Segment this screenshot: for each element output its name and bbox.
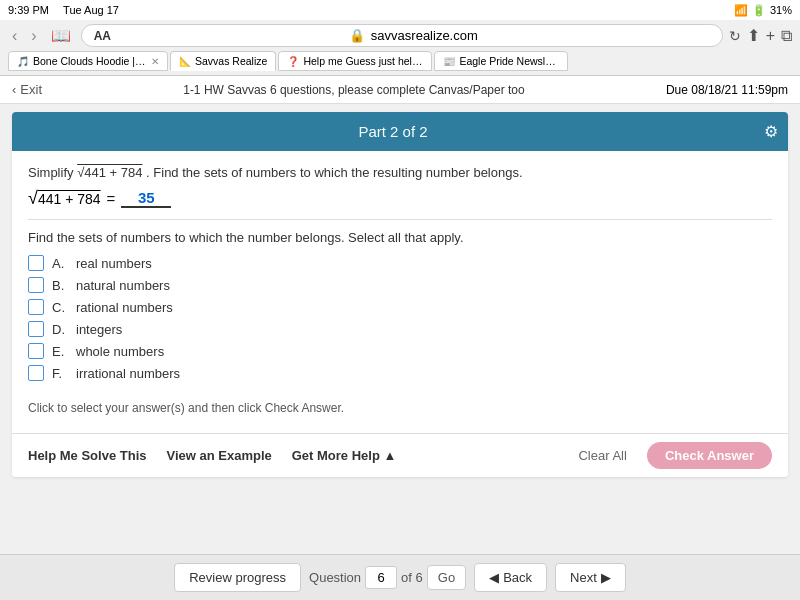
main-content: Part 2 of 2 ⚙ Simplify √441 + 784 . Find… bbox=[12, 112, 788, 477]
back-label: Back bbox=[503, 570, 532, 585]
tab-label-nfr: Bone Clouds Hoodie | NFRealMusic bbox=[33, 55, 147, 67]
option-e-letter: E. bbox=[52, 344, 68, 359]
reader-icon: 📖 bbox=[51, 27, 71, 44]
tab-nfrealmusic[interactable]: 🎵 Bone Clouds Hoodie | NFRealMusic ✕ bbox=[8, 51, 168, 71]
tab-favicon-eagle: 📰 bbox=[443, 56, 455, 67]
back-button-nav[interactable]: ◀ Back bbox=[474, 563, 547, 592]
tab-help[interactable]: ❓ Help me Guess just help please -… bbox=[278, 51, 432, 71]
option-a[interactable]: A. real numbers bbox=[28, 255, 772, 271]
battery-icon: 🔋 bbox=[752, 4, 766, 17]
option-e[interactable]: E. whole numbers bbox=[28, 343, 772, 359]
option-c-text: rational numbers bbox=[76, 300, 173, 315]
font-size-label: AA bbox=[94, 29, 111, 43]
back-arrow-icon: ◀ bbox=[489, 570, 499, 585]
tab-close-nfr[interactable]: ✕ bbox=[151, 56, 159, 67]
next-arrow-icon: ▶ bbox=[601, 570, 611, 585]
time: 9:39 PM bbox=[8, 4, 49, 16]
click-instruction: Click to select your answer(s) and then … bbox=[28, 391, 772, 419]
option-b-letter: B. bbox=[52, 278, 68, 293]
content-body: Simplify √441 + 784 . Find the sets of n… bbox=[12, 151, 788, 433]
url-text: savvasrealize.com bbox=[371, 28, 478, 43]
back-button[interactable]: ‹ bbox=[8, 25, 21, 47]
tab-favicon-savvas: 📐 bbox=[179, 56, 191, 67]
next-button-nav[interactable]: Next ▶ bbox=[555, 563, 626, 592]
nav-footer: Review progress Question of 6 Go ◀ Back … bbox=[0, 554, 800, 600]
part-title: Part 2 of 2 bbox=[22, 123, 764, 140]
options-list: A. real numbers B. natural numbers C. ra… bbox=[28, 255, 772, 381]
option-f-text: irrational numbers bbox=[76, 366, 180, 381]
page-title: 1-1 HW Savvas 6 questions, please comple… bbox=[183, 83, 525, 97]
app-header: ‹ Exit 1-1 HW Savvas 6 questions, please… bbox=[0, 76, 800, 104]
option-a-letter: A. bbox=[52, 256, 68, 271]
option-d-letter: D. bbox=[52, 322, 68, 337]
equals-sign: = bbox=[107, 190, 116, 207]
gear-icon[interactable]: ⚙ bbox=[764, 122, 778, 141]
help-me-solve-button[interactable]: Help Me Solve This bbox=[28, 448, 146, 463]
tab-label-help: Help me Guess just help please -… bbox=[303, 55, 423, 67]
browser-chrome: ‹ › 📖 AA 🔒 savvasrealize.com ↻ ⬆ + ⧉ 🎵 B… bbox=[0, 20, 800, 76]
simplify-text: Simplify √441 + 784 . Find the sets of n… bbox=[28, 165, 772, 180]
option-a-text: real numbers bbox=[76, 256, 152, 271]
view-example-button[interactable]: View an Example bbox=[166, 448, 271, 463]
tab-favicon-help: ❓ bbox=[287, 56, 299, 67]
option-b[interactable]: B. natural numbers bbox=[28, 277, 772, 293]
checkbox-b[interactable] bbox=[28, 277, 44, 293]
checkbox-d[interactable] bbox=[28, 321, 44, 337]
option-d[interactable]: D. integers bbox=[28, 321, 772, 337]
of-label: of 6 bbox=[401, 570, 423, 585]
reload-button[interactable]: ↻ bbox=[729, 28, 741, 44]
select-instruction: Find the sets of numbers to which the nu… bbox=[28, 230, 772, 245]
next-label: Next bbox=[570, 570, 597, 585]
exit-label: Exit bbox=[20, 82, 42, 97]
browser-tabs: 🎵 Bone Clouds Hoodie | NFRealMusic ✕ 📐 S… bbox=[8, 51, 792, 71]
tab-savvas[interactable]: 📐 Savvas Realize bbox=[170, 51, 276, 71]
due-date: Due 08/18/21 11:59pm bbox=[666, 83, 788, 97]
chevron-left-icon: ‹ bbox=[12, 82, 16, 97]
answer-input[interactable] bbox=[121, 189, 171, 208]
option-c[interactable]: C. rational numbers bbox=[28, 299, 772, 315]
tab-label-eagle: Eagle Pride Newsletter | Smore Ne… bbox=[459, 55, 559, 67]
tab-favicon-nfr: 🎵 bbox=[17, 56, 29, 67]
checkbox-e[interactable] bbox=[28, 343, 44, 359]
wifi-icon: 📶 bbox=[734, 4, 748, 17]
tab-eagle[interactable]: 📰 Eagle Pride Newsletter | Smore Ne… bbox=[434, 51, 568, 71]
option-e-text: whole numbers bbox=[76, 344, 164, 359]
option-b-text: natural numbers bbox=[76, 278, 170, 293]
checkbox-f[interactable] bbox=[28, 365, 44, 381]
lock-icon: 🔒 bbox=[349, 28, 365, 43]
part-header: Part 2 of 2 ⚙ bbox=[12, 112, 788, 151]
option-c-letter: C. bbox=[52, 300, 68, 315]
question-label: Question bbox=[309, 570, 361, 585]
reader-button[interactable]: 📖 bbox=[47, 24, 75, 47]
checkbox-c[interactable] bbox=[28, 299, 44, 315]
tab-label-savvas: Savvas Realize bbox=[195, 55, 267, 67]
get-more-help-button[interactable]: Get More Help ▲ bbox=[292, 448, 397, 463]
exit-button[interactable]: ‹ Exit bbox=[12, 82, 42, 97]
divider bbox=[28, 219, 772, 220]
bottom-toolbar: Help Me Solve This View an Example Get M… bbox=[12, 433, 788, 477]
share-button[interactable]: ⬆ bbox=[747, 26, 760, 45]
forward-button[interactable]: › bbox=[27, 25, 40, 47]
option-f-letter: F. bbox=[52, 366, 68, 381]
review-progress-button[interactable]: Review progress bbox=[174, 563, 301, 592]
question-number-input[interactable] bbox=[365, 566, 397, 589]
clear-all-button[interactable]: Clear All bbox=[578, 448, 626, 463]
option-d-text: integers bbox=[76, 322, 122, 337]
go-button[interactable]: Go bbox=[427, 565, 466, 590]
new-tab-button[interactable]: + bbox=[766, 27, 775, 45]
battery-percent: 31% bbox=[770, 4, 792, 16]
address-bar[interactable]: AA 🔒 savvasrealize.com bbox=[81, 24, 723, 47]
date: Tue Aug 17 bbox=[63, 4, 119, 16]
check-answer-button[interactable]: Check Answer bbox=[647, 442, 772, 469]
math-expression: √441 + 784 = bbox=[28, 188, 772, 209]
tabs-button[interactable]: ⧉ bbox=[781, 27, 792, 45]
option-f[interactable]: F. irrational numbers bbox=[28, 365, 772, 381]
checkbox-a[interactable] bbox=[28, 255, 44, 271]
sqrt-expression: √441 + 784 bbox=[28, 188, 101, 209]
status-bar: 9:39 PM Tue Aug 17 📶 🔋 31% bbox=[0, 0, 800, 20]
question-navigation: Question of 6 Go bbox=[309, 565, 466, 590]
